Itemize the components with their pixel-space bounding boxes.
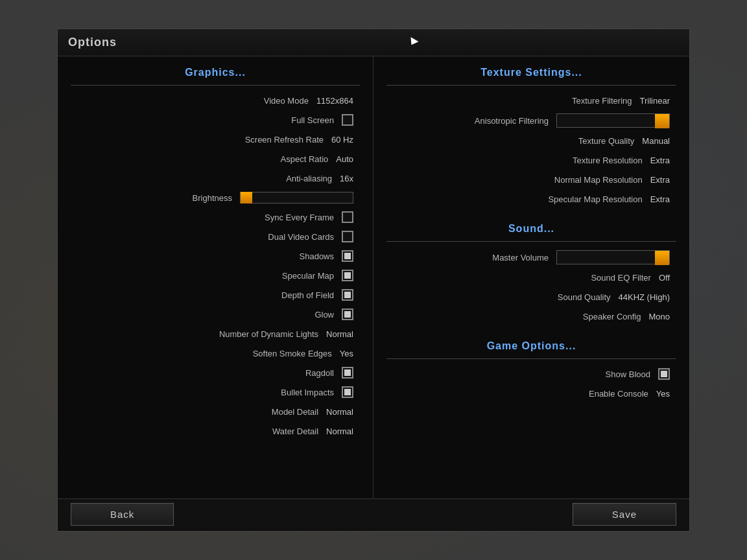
checkbox-show-blood[interactable] — [658, 368, 670, 380]
checkbox-depth-of-field[interactable] — [342, 289, 353, 301]
setting-glow: Glow — [58, 305, 373, 324]
setting-anisotropic: Anisotropic Filtering — [374, 110, 689, 131]
label-shadows: Shadows — [300, 251, 334, 261]
setting-model-detail: Model Detail Normal — [58, 402, 373, 421]
value-smoke-edges: Yes — [340, 349, 353, 358]
label-refresh-rate: Screen Refresh Rate — [245, 135, 324, 145]
label-sound-eq: Sound EQ Filter — [591, 273, 651, 283]
value-texture-filtering: Trilinear — [640, 96, 670, 106]
value-sound-eq: Off — [659, 273, 670, 283]
value-video-mode: 747x560 — [316, 96, 353, 106]
setting-aspect-ratio: Aspect Ratio Auto — [58, 149, 373, 169]
label-sound-quality: Sound Quality — [558, 292, 611, 302]
game-section-title: Game Options... — [374, 336, 689, 358]
label-show-blood: Show Blood — [606, 369, 650, 379]
setting-master-volume: Master Volume — [374, 247, 689, 268]
value-model-detail: Normal — [326, 407, 353, 417]
setting-antialiasing: Anti-aliasing 16x — [58, 169, 373, 188]
value-texture-resolution: Extra — [650, 156, 670, 165]
label-model-detail: Model Detail — [272, 407, 318, 417]
label-dynamic-lights: Number of Dynamic Lights — [219, 329, 318, 339]
setting-sync-every-frame: Sync Every Frame — [58, 207, 373, 227]
slider-anisotropic[interactable] — [556, 113, 670, 128]
label-texture-resolution: Texture Resolution — [573, 156, 643, 165]
setting-shadows: Shadows — [58, 246, 373, 266]
setting-texture-quality: Texture Quality Manual — [374, 131, 689, 150]
value-specular-map-res: Extra — [650, 194, 670, 204]
label-specular-map-res: Specular Map Resolution — [548, 194, 642, 204]
graphics-section-title: Graphics... — [58, 63, 373, 85]
label-texture-quality: Texture Quality — [578, 136, 635, 146]
label-smoke-edges: Soften Smoke Edges — [253, 349, 332, 358]
value-normal-map-res: Extra — [650, 175, 670, 185]
value-dynamic-lights: Normal — [326, 329, 353, 339]
label-master-volume: Master Volume — [492, 253, 549, 262]
label-antialiasing: Anti-aliasing — [286, 174, 332, 183]
setting-specular-map-res: Specular Map Resolution Extra — [374, 189, 689, 209]
title-bar: Options — [58, 29, 689, 56]
label-aspect-ratio: Aspect Ratio — [281, 154, 329, 164]
setting-brightness: Brightness — [58, 188, 373, 207]
label-brightness: Brightness — [193, 193, 232, 203]
value-refresh-rate: 60 Hz — [331, 135, 353, 145]
checkbox-ragdoll[interactable] — [342, 367, 353, 379]
window-title: Options — [68, 36, 117, 49]
label-speaker-config: Speaker Config — [583, 312, 641, 321]
left-panel: Graphics... Video Mode 747x560 Full Scr… — [58, 56, 374, 498]
checkbox-sync-every-frame[interactable] — [342, 211, 353, 223]
value-sound-quality: 44KHZ (High) — [619, 292, 670, 302]
setting-show-blood: Show Blood — [374, 364, 689, 384]
checkbox-glow[interactable] — [342, 309, 353, 320]
setting-enable-console: Enable Console Yes — [374, 384, 689, 403]
checkbox-full-screen[interactable] — [342, 114, 353, 126]
label-sync-every-frame: Sync Every Frame — [265, 213, 334, 222]
setting-sound-eq: Sound EQ Filter Off — [374, 268, 689, 287]
setting-water-detail: Water Detail Normal — [58, 421, 373, 441]
value-enable-console: Yes — [656, 389, 670, 399]
setting-sound-quality: Sound Quality 44KHZ (High) — [374, 287, 689, 307]
checkbox-dual-video-cards[interactable] — [342, 231, 353, 242]
footer: Back Save — [58, 498, 689, 530]
value-speaker-config: Mono — [648, 312, 670, 321]
value-antialiasing: 16x — [340, 174, 353, 183]
sound-section-title: Sound... — [374, 219, 689, 241]
setting-texture-filtering: Texture Filtering Trilinear — [374, 91, 689, 110]
label-bullet-impacts: Bullet Impacts — [281, 388, 334, 397]
value-water-detail: Normal — [326, 426, 353, 436]
save-button[interactable]: Save — [573, 503, 676, 526]
label-full-screen: Full Screen — [291, 115, 334, 125]
label-enable-console: Enable Console — [589, 389, 648, 399]
label-texture-filtering: Texture Filtering — [572, 96, 632, 106]
slider-brightness[interactable] — [240, 192, 353, 204]
label-specular-map: Specular Map — [282, 271, 334, 281]
label-depth-of-field: Depth of Field — [281, 290, 334, 300]
setting-bullet-impacts: Bullet Impacts — [58, 382, 373, 402]
label-video-mode: Video Mode — [264, 96, 309, 106]
setting-refresh-rate: Screen Refresh Rate 60 Hz — [58, 130, 373, 149]
setting-specular-map: Specular Map — [58, 266, 373, 285]
setting-dynamic-lights: Number of Dynamic Lights Normal — [58, 324, 373, 344]
label-anisotropic: Anisotropic Filtering — [475, 116, 549, 126]
slider-master-volume[interactable] — [556, 250, 670, 264]
setting-smoke-edges: Soften Smoke Edges Yes — [58, 344, 373, 363]
back-button[interactable]: Back — [71, 503, 174, 526]
setting-depth-of-field: Depth of Field — [58, 285, 373, 305]
checkbox-bullet-impacts[interactable] — [342, 386, 353, 398]
label-ragdoll: Ragdoll — [305, 368, 334, 378]
setting-texture-resolution: Texture Resolution Extra — [374, 150, 689, 170]
label-glow: Glow — [314, 310, 334, 320]
label-normal-map-res: Normal Map Resolution — [554, 175, 643, 185]
label-water-detail: Water Detail — [272, 426, 318, 436]
checkbox-shadows[interactable] — [342, 250, 353, 262]
setting-dual-video-cards: Dual Video Cards — [58, 227, 373, 246]
setting-speaker-config: Speaker Config Mono — [374, 307, 689, 326]
right-panel: Texture Settings... Texture Filtering Tr… — [374, 56, 689, 498]
options-window: Options Graphics... Video Mode 747x560 … — [57, 29, 690, 531]
value-texture-quality: Manual — [642, 136, 670, 146]
label-dual-video-cards: Dual Video Cards — [268, 232, 334, 242]
texture-section-title: Texture Settings... — [374, 63, 689, 85]
checkbox-specular-map[interactable] — [342, 270, 353, 281]
setting-ragdoll: Ragdoll — [58, 363, 373, 382]
setting-video-mode: Video Mode 747x560 — [58, 91, 373, 110]
value-aspect-ratio: Auto — [336, 154, 353, 164]
